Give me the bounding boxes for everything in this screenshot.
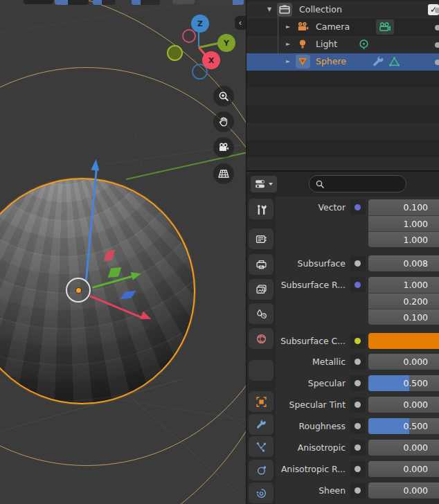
outliner-row-collection[interactable]: ▼Collection xyxy=(247,1,439,19)
tab-physics[interactable] xyxy=(249,460,274,480)
outliner-editor[interactable]: ▼Collection✓►Camera►Light►Sphere xyxy=(247,0,439,170)
tab-tool[interactable] xyxy=(249,199,274,219)
decorator-button[interactable] xyxy=(350,440,366,456)
property-label: Anisotropic R... xyxy=(274,463,346,476)
viewport-pan-button[interactable] xyxy=(213,111,234,132)
visibility-eye-icon[interactable] xyxy=(435,8,439,13)
property-label: Specular xyxy=(274,377,346,390)
value-field[interactable]: 0.500 xyxy=(368,375,439,391)
toolbar-fragment[interactable] xyxy=(102,0,115,5)
decorator-button[interactable] xyxy=(350,397,366,413)
toolbar-fragment[interactable] xyxy=(200,0,210,5)
tab-object[interactable] xyxy=(249,391,274,412)
value-field[interactable]: 1.000 xyxy=(368,215,439,231)
tab-constraints[interactable] xyxy=(249,483,274,503)
decorator-button[interactable] xyxy=(350,375,366,391)
value-field[interactable]: 0.100 xyxy=(368,199,439,215)
decorator-button[interactable] xyxy=(350,418,366,434)
value-field-group: 0.000 xyxy=(368,354,439,370)
outliner-item-label[interactable]: Light xyxy=(316,39,337,49)
decorator-dot-yellow xyxy=(355,338,361,344)
editor-type-button[interactable] xyxy=(251,176,277,192)
toolbar-fragment[interactable] xyxy=(222,0,232,5)
tab-collection[interactable] xyxy=(249,360,274,381)
outliner-row-camera[interactable]: ►Camera xyxy=(247,19,439,36)
viewport-grid-button[interactable] xyxy=(213,163,234,184)
tab-modifiers[interactable] xyxy=(249,414,274,435)
value-text: 0.000 xyxy=(404,485,428,496)
tab-world[interactable] xyxy=(249,328,274,349)
tab-output[interactable] xyxy=(249,254,274,275)
outliner-item-label[interactable]: Sphere xyxy=(316,56,346,66)
disclosure-open-icon[interactable]: ▼ xyxy=(267,6,271,12)
property-label: Roughness xyxy=(274,420,346,433)
axis-gizmo-z[interactable]: Z xyxy=(191,15,209,33)
outliner-row-light[interactable]: ►Light xyxy=(247,36,439,53)
value-text: 0.008 xyxy=(404,258,428,269)
tab-view-layer[interactable] xyxy=(249,279,274,300)
grid-icon xyxy=(217,168,230,180)
decorator-button[interactable] xyxy=(350,461,366,477)
toolbar-fragment[interactable] xyxy=(211,0,222,5)
value-field[interactable]: 0.008 xyxy=(368,255,439,271)
value-field-group: 0.000 xyxy=(368,483,439,498)
editor-divider[interactable] xyxy=(246,170,439,172)
color-swatch[interactable] xyxy=(368,333,439,349)
light-data-icon[interactable] xyxy=(357,38,370,51)
tab-render[interactable] xyxy=(249,228,274,249)
value-field[interactable]: 0.000 xyxy=(368,461,439,477)
outliner-item-label[interactable]: Collection xyxy=(299,4,342,15)
value-field[interactable]: 0.000 xyxy=(368,397,439,413)
tab-scene[interactable] xyxy=(249,303,274,324)
value-field[interactable]: 0.000 xyxy=(368,483,439,498)
decorator-button[interactable] xyxy=(350,354,366,370)
disclosure-closed-icon[interactable]: ► xyxy=(286,24,290,30)
tab-particles[interactable] xyxy=(249,436,274,457)
mesh-data-icon[interactable] xyxy=(388,55,401,69)
axis-gizmo-neg-y[interactable] xyxy=(167,45,183,61)
visibility-eye-icon[interactable] xyxy=(435,25,439,30)
disclosure-closed-icon[interactable]: ► xyxy=(286,41,290,47)
value-field[interactable]: 1.000 xyxy=(368,231,439,247)
axis-gizmo-x[interactable]: X xyxy=(202,51,220,69)
value-field[interactable]: 0.100 xyxy=(368,309,439,325)
decorator-button[interactable] xyxy=(350,199,366,215)
toolbar-fragment[interactable] xyxy=(24,0,53,4)
decorator-button[interactable] xyxy=(350,255,366,271)
particles-icon xyxy=(256,441,267,453)
decorator-button[interactable] xyxy=(350,333,366,349)
axis-gizmo-y[interactable]: Y xyxy=(217,34,235,52)
visibility-eye-icon[interactable] xyxy=(435,42,439,48)
search-box[interactable] xyxy=(309,175,406,192)
value-field[interactable]: 1.000 xyxy=(368,277,439,293)
outliner-row-sphere[interactable]: ►Sphere xyxy=(247,53,439,71)
outliner-item-label[interactable]: Camera xyxy=(316,21,350,32)
camera-data-icon[interactable] xyxy=(378,21,391,34)
axis-gizmo-neg-x[interactable] xyxy=(182,29,196,43)
viewport-zoom-button[interactable] xyxy=(213,86,234,107)
sidebar-collapse-arrow[interactable]: ‹ xyxy=(235,16,246,30)
value-field[interactable]: 0.000 xyxy=(368,440,439,456)
decorator-button[interactable] xyxy=(350,483,366,498)
value-field[interactable]: 0.200 xyxy=(368,293,439,309)
viewport-camera-view-button[interactable] xyxy=(213,137,234,158)
toolbar-fragment[interactable] xyxy=(55,0,68,5)
value-field[interactable]: 0.000 xyxy=(368,354,439,370)
toolbar-fragment[interactable] xyxy=(141,0,160,5)
value-field[interactable]: 0.500 xyxy=(368,418,439,434)
decorator-button[interactable] xyxy=(350,277,366,293)
visibility-eye-icon[interactable] xyxy=(435,60,439,65)
modifier-wrench-icon[interactable] xyxy=(372,55,385,69)
toolbar-fragment[interactable] xyxy=(233,0,244,5)
search-input[interactable] xyxy=(325,179,394,190)
output-icon xyxy=(256,259,267,271)
properties-editor[interactable]: Vector0.1001.0001.000Subsurface0.008Subs… xyxy=(247,172,439,504)
toolbar-fragment[interactable] xyxy=(172,0,195,4)
toolbar-fragment[interactable] xyxy=(68,0,89,5)
gizmo-z-arrowhead[interactable] xyxy=(91,159,100,171)
property-label: Subsurface C... xyxy=(274,335,346,348)
toolbar-fragment[interactable] xyxy=(132,0,141,5)
toolbar-fragment[interactable] xyxy=(93,0,102,5)
disclosure-closed-icon[interactable]: ► xyxy=(286,58,290,64)
3d-viewport[interactable]: Z Y X ‹ xyxy=(0,0,246,504)
